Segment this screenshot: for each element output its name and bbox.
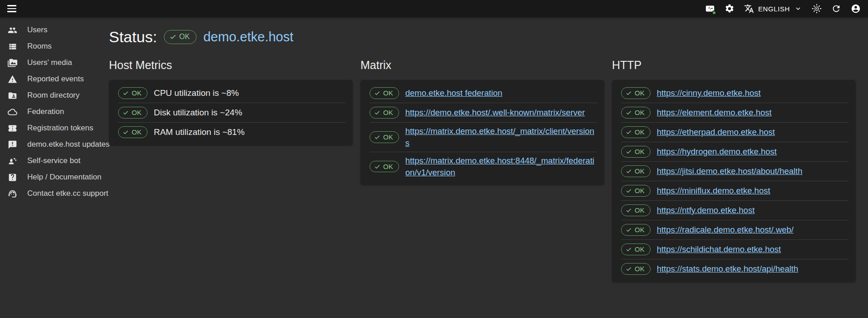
status-item-row: OKhttps://cinny.demo.etke.host [612, 84, 856, 103]
ok-badge: OK [621, 146, 651, 158]
ok-badge: OK [621, 243, 651, 255]
status-check-link[interactable]: https://cinny.demo.etke.host [657, 87, 761, 99]
section-title: HTTP [612, 59, 856, 72]
status-item-row: OKhttps://hydrogen.demo.etke.host [612, 142, 856, 161]
check-icon [123, 90, 129, 96]
sidebar-item-federation[interactable]: Federation [0, 104, 105, 120]
host-metrics-card: OKCPU utilization is ~8%OKDisk utilizati… [109, 80, 353, 145]
account-circle-icon[interactable] [851, 4, 861, 14]
online-status-dot [712, 10, 716, 15]
status-item-row: OKhttps://radicale.demo.etke.host/.web/ [612, 220, 856, 239]
status-check-link[interactable]: demo.etke.host federation [405, 87, 503, 99]
section-title: Matrix [360, 59, 604, 72]
check-icon [626, 266, 632, 272]
status-item-row: OKhttps://miniflux.demo.etke.host [612, 181, 856, 200]
sidebar-item-label: Reported events [27, 75, 84, 84]
help-icon [7, 172, 17, 182]
status-check-link[interactable]: https://demo.etke.host/.well-known/matri… [405, 107, 585, 119]
sidebar-item-rooms[interactable]: Rooms [0, 38, 105, 55]
sidebar-item-room-directory[interactable]: Room directory [0, 87, 105, 104]
status-item-row: OKhttps://matrix.demo.etke.host/_matrix/… [360, 123, 604, 152]
status-check-link[interactable]: https://matrix.demo.etke.host/_matrix/cl… [405, 125, 598, 149]
ok-badge: OK [118, 126, 148, 138]
section-matrix: MatrixOKdemo.etke.host federationOKhttps… [360, 59, 604, 282]
status-check-link[interactable]: https://miniflux.demo.etke.host [657, 185, 770, 197]
status-item-row: OKhttps://stats.demo.etke.host/api/healt… [612, 259, 856, 278]
status-check-link[interactable]: https://etherpad.demo.etke.host [657, 126, 775, 138]
matrix-card: OKdemo.etke.host federationOKhttps://dem… [360, 80, 604, 185]
sidebar: UsersRoomsUsers' mediaReported eventsRoo… [0, 17, 105, 318]
check-icon [626, 168, 632, 174]
server-status-icon[interactable] [705, 4, 715, 14]
sidebar-item-users[interactable]: Users [0, 22, 105, 38]
menu-hamburger-button[interactable] [7, 3, 19, 15]
check-icon [123, 129, 129, 135]
status-item-row: OKDisk utilization is ~24% [109, 103, 353, 122]
sidebar-item-label: Contact etke.cc support [27, 189, 108, 198]
ok-badge: OK [621, 87, 651, 99]
sidebar-item-contact-etke-cc-support[interactable]: Contact etke.cc support [0, 185, 105, 202]
sidebar-item-reported-events[interactable]: Reported events [0, 71, 105, 87]
ok-badge: OK [621, 165, 651, 177]
rooms-icon [7, 41, 17, 51]
sidebar-item-label: Users [27, 25, 47, 35]
status-item-row: OKhttps://matrix.demo.etke.host:8448/_ma… [360, 152, 604, 181]
check-icon [374, 109, 380, 116]
status-item-row: OKhttps://element.demo.etke.host [612, 103, 856, 122]
section-http: HTTPOKhttps://cinny.demo.etke.hostOKhttp… [612, 59, 856, 282]
status-item-row: OKhttps://ntfy.demo.etke.host [612, 201, 856, 220]
status-check-link[interactable]: https://ntfy.demo.etke.host [657, 204, 755, 216]
status-check-link[interactable]: https://jitsi.demo.etke.host/about/healt… [657, 165, 803, 177]
status-check-text: RAM utilization is ~81% [154, 126, 245, 138]
ok-badge: OK [118, 107, 148, 119]
main-content: Status: OK demo.etke.host Host MetricsOK… [105, 17, 868, 318]
refresh-icon[interactable] [831, 4, 841, 14]
topbar: ENGLISH [0, 0, 868, 17]
status-item-row: OKdemo.etke.host federation [360, 84, 604, 103]
media-icon [7, 58, 17, 68]
ok-badge: OK [621, 263, 651, 275]
sidebar-item-help-documentation[interactable]: Help / Documentation [0, 169, 105, 185]
sidebar-item-label: Self-service bot [27, 156, 80, 165]
status-check-link[interactable]: https://hydrogen.demo.etke.host [657, 146, 777, 158]
support-agent-icon [7, 189, 17, 199]
check-icon [374, 134, 380, 140]
section-title: Host Metrics [109, 59, 353, 72]
settings-gear-icon[interactable] [725, 4, 735, 14]
sidebar-item-label: demo.etke.host updates [27, 140, 109, 149]
status-item-row: OKRAM utilization is ~81% [109, 123, 353, 142]
status-item-row: OKhttps://demo.etke.host/.well-known/mat… [360, 103, 604, 122]
status-check-link[interactable]: https://element.demo.etke.host [657, 107, 772, 119]
check-icon [626, 207, 632, 214]
sidebar-item-demo-etke-host-updates[interactable]: demo.etke.host updates [0, 136, 105, 153]
section-host-metrics: Host MetricsOKCPU utilization is ~8%OKDi… [109, 59, 353, 282]
check-icon [626, 109, 632, 116]
status-check-link[interactable]: https://matrix.demo.etke.host:8448/_matr… [405, 155, 598, 179]
ok-badge: OK [621, 126, 651, 138]
sidebar-item-users-media[interactable]: Users' media [0, 55, 105, 71]
check-icon [626, 227, 632, 233]
theme-brightness-icon[interactable] [812, 4, 822, 14]
status-item-row: OKCPU utilization is ~8% [109, 84, 353, 103]
status-check-link[interactable]: https://radicale.demo.etke.host/.web/ [657, 224, 794, 236]
ok-badge: OK [621, 204, 651, 216]
http-card: OKhttps://cinny.demo.etke.hostOKhttps://… [612, 80, 856, 282]
warning-icon [7, 74, 17, 84]
overall-status-badge: OK [164, 30, 197, 44]
chevron-down-icon [794, 5, 802, 13]
status-columns: Host MetricsOKCPU utilization is ~8%OKDi… [109, 59, 863, 282]
sidebar-item-self-service-bot[interactable]: Self-service bot [0, 153, 105, 169]
sidebar-item-registration-tokens[interactable]: Registration tokens [0, 120, 105, 136]
check-icon [169, 33, 177, 40]
ok-badge: OK [118, 87, 148, 99]
status-check-link[interactable]: https://schildichat.demo.etke.host [657, 243, 781, 255]
status-check-link[interactable]: https://stats.demo.etke.host/api/health [657, 263, 799, 275]
ok-badge: OK [370, 131, 399, 143]
page-title: Status: [109, 28, 157, 46]
language-selector[interactable]: ENGLISH [744, 4, 802, 14]
check-icon [626, 246, 632, 253]
language-label: ENGLISH [758, 5, 790, 13]
check-icon [626, 129, 632, 135]
sidebar-item-label: Help / Documentation [27, 173, 101, 182]
host-link[interactable]: demo.etke.host [203, 30, 293, 45]
